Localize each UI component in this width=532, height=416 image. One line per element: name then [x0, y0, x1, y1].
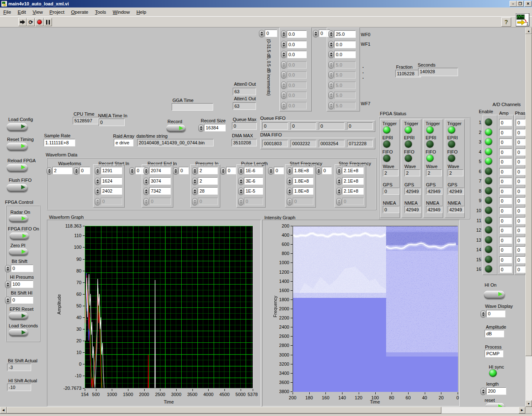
adc-enable-led-5[interactable] — [485, 158, 492, 165]
adc-amp-8[interactable]: 0 — [499, 188, 512, 195]
atten0-6-spinner[interactable] — [281, 92, 286, 99]
start-freq-1[interactable]: 1.8E+8 — [293, 177, 313, 185]
adc-amp-13[interactable]: 0 — [499, 237, 512, 244]
bit-shift-hi[interactable]: 0 — [11, 296, 33, 304]
start-freq-2-spinner[interactable] — [287, 188, 292, 195]
adc-amp-7[interactable]: 0 — [499, 178, 512, 185]
wave-display[interactable]: 0 — [486, 310, 505, 317]
adc-enable-led-9[interactable] — [485, 197, 492, 204]
menu-help[interactable]: Help — [133, 10, 150, 15]
horizontal-scrollbar-thumb[interactable] — [7, 407, 441, 414]
record-end-2[interactable]: 7342 — [149, 187, 171, 195]
presums-1-spinner[interactable] — [192, 178, 197, 185]
adc-phase-9[interactable]: 0 — [516, 197, 525, 204]
load-seconds-button[interactable] — [9, 329, 28, 336]
atten1-6-spinner[interactable] — [328, 92, 334, 99]
adc-phase-5[interactable]: 0 — [516, 158, 525, 165]
reset-timing-button[interactable] — [7, 143, 27, 151]
atten-array1-index-spinner[interactable] — [313, 30, 318, 37]
pulse-length-0[interactable]: 1E-6 — [244, 167, 263, 174]
pulse-length-index[interactable]: 0 — [226, 167, 236, 174]
hi-presums-spinner[interactable] — [5, 281, 10, 288]
presums-index-spinner[interactable] — [173, 167, 178, 175]
start-freq-1-spinner[interactable] — [287, 178, 292, 185]
adc-enable-led-2[interactable] — [485, 129, 492, 136]
adc-phase-6[interactable]: 0 — [516, 168, 525, 175]
adc-amp-9[interactable]: 0 — [499, 197, 512, 204]
adc-amp-12[interactable]: 0 — [499, 227, 512, 234]
record-start-index-spinner[interactable] — [74, 167, 79, 175]
start-freq-0-spinner[interactable] — [287, 167, 292, 175]
atten0-0[interactable]: 0.0 — [287, 30, 307, 38]
epri-reset-button[interactable] — [9, 312, 28, 319]
adc-enable-led-8[interactable] — [485, 187, 492, 194]
atten1-0[interactable]: 25.0 — [334, 30, 356, 38]
adc-amp-10[interactable]: 0 — [499, 207, 512, 214]
scroll-down-arrow-icon[interactable]: ▼ — [525, 400, 532, 407]
adc-amp-4[interactable]: 0 — [499, 149, 512, 156]
record-end-index-spinner[interactable] — [129, 167, 135, 175]
atten-array0-index-spinner[interactable] — [259, 30, 264, 37]
record-end-2-spinner[interactable] — [143, 188, 149, 195]
record-size-spinner[interactable] — [198, 124, 204, 132]
record-end-0-spinner[interactable] — [143, 167, 149, 175]
atten0-2-spinner[interactable] — [281, 51, 286, 58]
adc-amp-5[interactable]: 0 — [499, 158, 512, 165]
stop-freq-0-spinner[interactable] — [336, 167, 342, 175]
run-button[interactable] — [18, 18, 27, 26]
radar-on-button[interactable] — [9, 215, 28, 222]
menu-project[interactable]: Project — [46, 10, 68, 15]
atten0-1-spinner[interactable] — [281, 41, 286, 48]
title-bar[interactable]: main4v10_auto_load_xml.vi – ❐ ✕ — [0, 0, 532, 7]
presums-index[interactable]: 0 — [179, 167, 189, 174]
pulse-length-2[interactable]: 1E-5 — [244, 187, 263, 195]
pulse-length-0-spinner[interactable] — [238, 167, 244, 175]
restore-button[interactable]: ❐ — [517, 1, 524, 7]
atten0-5-spinner[interactable] — [281, 82, 286, 89]
length[interactable]: 200 — [486, 387, 506, 395]
adc-phase-15[interactable]: 0 — [516, 256, 525, 263]
horizontal-scrollbar[interactable]: ◀ ▶ — [0, 407, 525, 414]
bit-shift-spinner[interactable] — [5, 265, 10, 272]
atten1-3-spinner[interactable] — [328, 61, 334, 69]
atten1-2-spinner[interactable] — [328, 51, 334, 58]
adc-enable-led-12[interactable] — [485, 226, 492, 233]
adc-phase-13[interactable]: 0 — [516, 237, 525, 244]
adc-amp-15[interactable]: 0 — [499, 256, 512, 263]
fpga-fifo-on-button[interactable] — [10, 233, 29, 240]
record-switch[interactable] — [166, 125, 185, 132]
adc-phase-10[interactable]: 0 — [516, 207, 525, 214]
adc-enable-led-7[interactable] — [485, 177, 492, 184]
adc-phase-2[interactable]: 0 — [516, 129, 525, 136]
pulse-length-2-spinner[interactable] — [238, 188, 244, 195]
atten1-5-spinner[interactable] — [328, 82, 334, 89]
hi-presums[interactable]: 100 — [11, 280, 33, 288]
pulse-length-1-spinner[interactable] — [238, 178, 244, 185]
stop-freq-1[interactable]: 2.1E+8 — [342, 177, 364, 185]
run-continuous-button[interactable]: ⟳ — [27, 18, 35, 26]
start-freq-2[interactable]: 1.8E+8 — [293, 187, 313, 195]
record-end-1[interactable]: 3074 — [149, 177, 171, 185]
presums-0-spinner[interactable] — [192, 167, 197, 175]
record-start-3-spinner[interactable] — [95, 198, 100, 206]
bit-shift-hi-spinner[interactable] — [5, 297, 10, 304]
start-freq-index[interactable]: 0 — [274, 167, 284, 174]
adc-amp-3[interactable]: 0 — [499, 139, 512, 146]
adc-enable-led-11[interactable] — [485, 217, 492, 224]
record-start-0[interactable]: 1291 — [101, 167, 122, 174]
record-start-index[interactable]: 0 — [79, 167, 90, 174]
flush-fifo-button[interactable] — [7, 184, 27, 192]
atten1-0-spinner[interactable] — [328, 30, 334, 38]
record-end-1-spinner[interactable] — [143, 178, 149, 185]
adc-enable-led-4[interactable] — [485, 148, 492, 155]
atten1-2[interactable]: 0.0 — [334, 51, 356, 58]
record-start-2[interactable]: 2402 — [101, 187, 122, 195]
adc-amp-16[interactable]: 0 — [499, 266, 512, 273]
intensity-plot-area[interactable] — [293, 226, 458, 391]
atten0-2[interactable]: 0.0 — [287, 51, 307, 58]
stop-freq-2-spinner[interactable] — [336, 188, 342, 195]
stop-freq-index-spinner[interactable] — [316, 167, 321, 175]
adc-enable-led-10[interactable] — [485, 207, 492, 214]
adc-phase-16[interactable]: 0 — [516, 266, 525, 273]
minimize-button[interactable]: – — [510, 1, 517, 7]
